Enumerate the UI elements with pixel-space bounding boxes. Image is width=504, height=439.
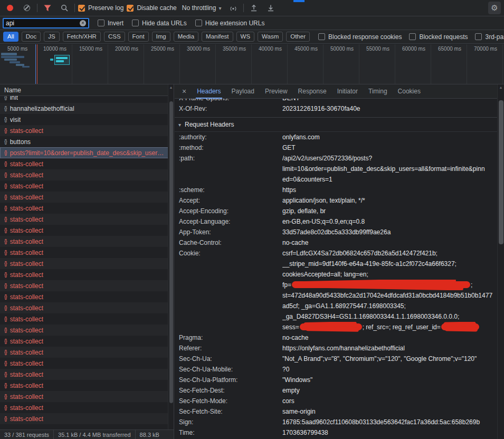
filter-chip-img[interactable]: Img <box>152 32 170 42</box>
name-column-header[interactable]: Name <box>0 84 174 96</box>
hide-data-urls-checkbox[interactable]: Hide data URLs <box>132 20 187 27</box>
request-headers-section-header[interactable]: ▾ Request Headers <box>175 118 497 132</box>
filter-chip-media[interactable]: Media <box>174 32 198 42</box>
clear-filter-icon[interactable]: × <box>80 20 86 26</box>
tab-initiator[interactable]: Initiator <box>332 84 363 98</box>
import-har-button[interactable] <box>247 2 261 14</box>
settings-button[interactable]: ⚙ <box>488 2 501 14</box>
request-row[interactable]: {}hannahelizabethofficial <box>0 103 174 114</box>
clear-button[interactable] <box>20 2 34 14</box>
timeline-tick-label: 70000 ms <box>474 46 497 52</box>
timeline-gridline <box>287 44 288 84</box>
script-icon: {} <box>4 272 7 278</box>
request-row[interactable]: {}stats-collect <box>0 192 174 203</box>
filter-chip-wasm[interactable]: Wasm <box>258 32 283 42</box>
network-conditions-button[interactable] <box>226 2 240 14</box>
toolbar-divider <box>74 4 75 12</box>
request-list-scrollbar[interactable]: ▲ <box>168 84 174 430</box>
filter-chip-ws[interactable]: WS <box>236 32 255 42</box>
search-button[interactable] <box>58 2 71 14</box>
record-button[interactable] <box>3 2 17 14</box>
request-row[interactable]: {}stats-collect <box>0 258 174 269</box>
filter-chip-js[interactable]: JS <box>44 32 59 42</box>
throttling-select[interactable]: No throttling ▾ <box>180 4 224 12</box>
request-row[interactable]: {}stats-collect <box>0 347 174 358</box>
request-row[interactable]: {}buttons <box>0 136 174 147</box>
request-row[interactable]: {}stats-collect <box>0 203 174 214</box>
timeline-tick-label: 60000 ms <box>402 46 425 52</box>
request-name: stats-collect <box>10 205 43 212</box>
request-row[interactable]: {}stats-collect <box>0 402 174 413</box>
request-row[interactable]: {}stats-collect <box>0 391 174 402</box>
filter-chip-css[interactable]: CSS <box>104 32 125 42</box>
filter-toggle-button[interactable] <box>41 2 54 14</box>
request-row[interactable]: {}stats-collect <box>0 358 174 369</box>
overview-activity-bar <box>22 66 30 68</box>
request-name: init <box>10 96 18 101</box>
request-row[interactable]: {}stats-collect <box>0 380 174 391</box>
tab-timing[interactable]: Timing <box>363 84 393 98</box>
tab-headers[interactable]: Headers <box>192 84 226 98</box>
request-row[interactable]: {}stats-collect <box>0 125 174 136</box>
request-row[interactable]: {}stats-collect <box>0 280 174 291</box>
request-list-pane: Name {}init{}hannahelizabethofficial{}vi… <box>0 84 174 430</box>
filter-chip-manifest[interactable]: Manifest <box>202 32 233 42</box>
checkbox-3rd-party-requests[interactable]: 3rd-party requests <box>475 33 504 41</box>
header-value: same-origin <box>282 406 497 417</box>
tab-payload[interactable]: Payload <box>226 84 260 98</box>
request-row[interactable]: {}stats-collect <box>0 180 174 192</box>
request-row[interactable]: {}stats-collect <box>0 158 174 169</box>
header-value: no-cache <box>282 237 497 248</box>
timeline-tick-label: 35000 ms <box>223 46 246 52</box>
overview-activity-bar <box>50 59 53 61</box>
request-row[interactable]: {}stats-collect <box>0 313 174 325</box>
request-row[interactable]: {}stats-collect <box>0 325 174 336</box>
timeline-gridline <box>502 44 503 84</box>
filter-chip-other[interactable]: Other <box>286 32 310 42</box>
request-row[interactable]: {}posts?limit=10&order=publish_date_desc… <box>0 147 174 158</box>
invert-checkbox[interactable]: Invert <box>98 20 123 27</box>
script-icon: {} <box>4 349 7 355</box>
request-row[interactable]: {}stats-collect <box>0 291 174 302</box>
request-name: stats-collect <box>10 271 43 279</box>
details-scrollbar[interactable]: ▲ <box>497 84 504 439</box>
request-row[interactable]: {}stats-collect <box>0 225 174 236</box>
request-row[interactable]: {}stats-collect <box>0 302 174 313</box>
header-name: Sec-Ch-Ua-Platform: <box>179 375 282 385</box>
checkbox-box <box>127 5 134 12</box>
request-row[interactable]: {}stats-collect <box>0 214 174 225</box>
timeline-overview[interactable]: 5000 ms10000 ms15000 ms20000 ms25000 ms3… <box>0 44 504 84</box>
scrollbar-thumb[interactable] <box>499 100 503 244</box>
filter-chip-doc[interactable]: Doc <box>22 32 41 42</box>
disable-cache-checkbox[interactable]: Disable cache <box>127 4 176 12</box>
scroll-up-icon[interactable]: ▲ <box>168 85 174 89</box>
header-row: Sec-Ch-Ua:"Not_A Brand";v="8", "Chromium… <box>175 354 497 364</box>
checkbox-blocked-requests[interactable]: Blocked requests <box>409 33 468 41</box>
request-row[interactable]: {}stats-collect <box>0 169 174 180</box>
request-row[interactable]: {}visit <box>0 114 174 125</box>
preserve-log-checkbox[interactable]: Preserve log <box>78 4 123 12</box>
request-row[interactable]: {}stats-collect <box>0 236 174 247</box>
request-row[interactable]: {}init <box>0 96 174 103</box>
request-row[interactable]: {}stats-collect <box>0 413 174 424</box>
checkbox-blocked-response-cookies[interactable]: Blocked response cookies <box>318 33 402 41</box>
request-name: stats-collect <box>10 415 43 423</box>
tab-preview[interactable]: Preview <box>260 84 293 98</box>
export-har-button[interactable] <box>264 2 278 14</box>
scrollbar-thumb[interactable] <box>169 101 173 403</box>
request-row[interactable]: {}stats-collect <box>0 269 174 280</box>
request-row[interactable]: {}stats-collect <box>0 336 174 347</box>
filter-chip-all[interactable]: All <box>3 32 18 42</box>
request-row[interactable]: {}stats-collect <box>0 369 174 380</box>
close-details-icon[interactable]: × <box>177 87 192 96</box>
filter-chip-fetch-xhr[interactable]: Fetch/XHR <box>63 32 101 42</box>
request-row[interactable]: {}stats-collect <box>0 247 174 258</box>
tab-response[interactable]: Response <box>293 84 332 98</box>
tab-cookies[interactable]: Cookies <box>393 84 426 98</box>
filter-input[interactable]: api × <box>3 18 89 28</box>
scroll-up-icon[interactable]: ▲ <box>498 85 504 89</box>
request-name: stats-collect <box>10 260 43 268</box>
filter-chip-font[interactable]: Font <box>128 32 149 42</box>
hide-extension-urls-checkbox[interactable]: Hide extension URLs <box>195 20 265 27</box>
script-icon: {} <box>4 250 7 255</box>
